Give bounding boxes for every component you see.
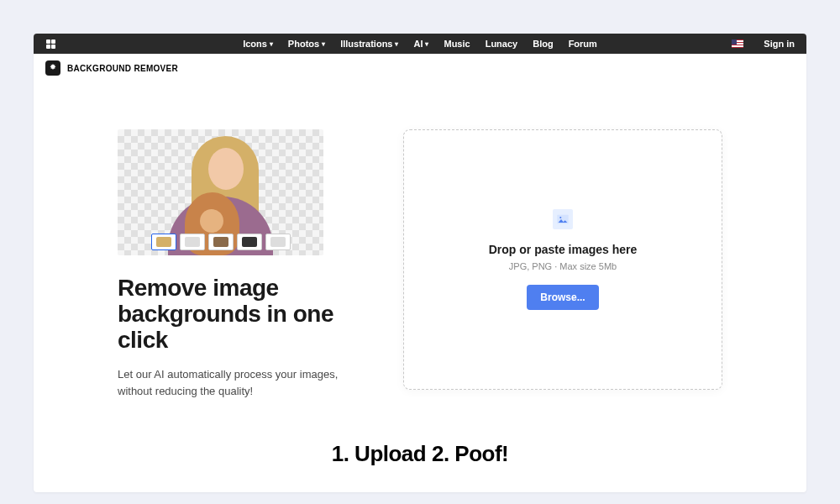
thumbnail-5[interactable] (265, 234, 291, 250)
language-flag-us-icon[interactable] (732, 39, 743, 48)
chevron-down-icon: ▾ (425, 40, 428, 48)
upload-panel: Drop or paste images here JPG, PNG · Max… (403, 129, 722, 390)
nav-links: Icons▾ Photos▾ Illustrations▾ AI▾ Music … (243, 39, 597, 49)
subheader: BACKGROUND REMOVER (34, 54, 806, 82)
nav-ai[interactable]: AI▾ (413, 39, 428, 49)
browse-button[interactable]: Browse... (527, 285, 598, 310)
thumbnail-3[interactable] (208, 234, 234, 250)
preview-thumbnails (151, 234, 291, 250)
nav-lunacy[interactable]: Lunacy (486, 39, 518, 49)
thumbnail-1[interactable] (151, 234, 176, 250)
top-navbar: Icons▾ Photos▾ Illustrations▾ AI▾ Music … (34, 34, 806, 54)
app-container: Icons▾ Photos▾ Illustrations▾ AI▾ Music … (34, 34, 806, 492)
nav-music[interactable]: Music (444, 39, 470, 49)
image-upload-icon (553, 209, 573, 229)
thumbnail-4[interactable] (237, 234, 262, 250)
nav-illustrations[interactable]: Illustrations▾ (340, 39, 398, 49)
nav-forum[interactable]: Forum (569, 39, 597, 49)
chevron-down-icon: ▾ (270, 40, 273, 48)
dropzone-title: Drop or paste images here (489, 243, 638, 256)
brand-logo-icon[interactable] (45, 39, 55, 49)
thumbnail-2[interactable] (180, 234, 205, 250)
hero-section: Remove image backgrounds in one click Le… (118, 129, 353, 399)
chevron-down-icon: ▾ (322, 40, 325, 48)
hero-subtext: Let our AI automatically process your im… (118, 366, 353, 399)
nav-blog[interactable]: Blog (533, 39, 553, 49)
steps-heading: 1. Upload 2. Poof! (34, 424, 806, 492)
nav-photos[interactable]: Photos▾ (288, 39, 325, 49)
nav-icons[interactable]: Icons▾ (243, 39, 273, 49)
chevron-down-icon: ▾ (395, 40, 398, 48)
svg-point-1 (559, 217, 561, 218)
hero-headline: Remove image backgrounds in one click (118, 276, 353, 353)
dropzone-subtitle: JPG, PNG · Max size 5Mb (509, 261, 617, 271)
main-content: Remove image backgrounds in one click Le… (34, 82, 806, 424)
signin-link[interactable]: Sign in (764, 39, 795, 49)
page-title: BACKGROUND REMOVER (67, 64, 178, 73)
dropzone[interactable]: Drop or paste images here JPG, PNG · Max… (403, 129, 722, 390)
bg-remover-app-icon (45, 60, 60, 76)
hero-preview-image (118, 129, 323, 255)
